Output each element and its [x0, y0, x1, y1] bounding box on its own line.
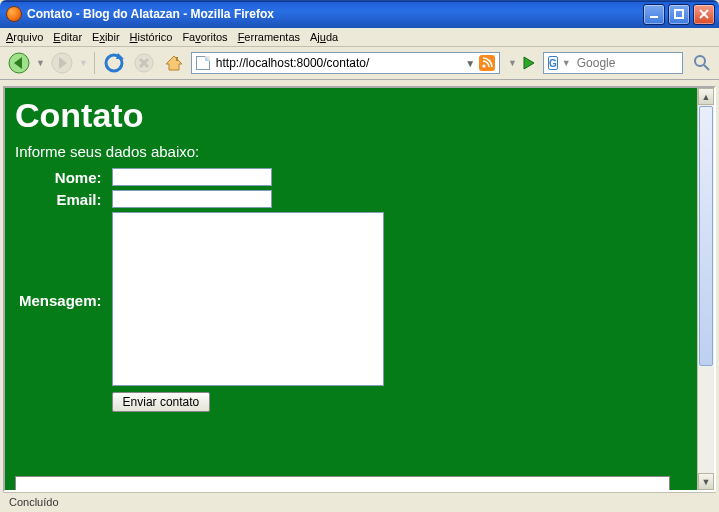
svg-marker-13: [166, 56, 182, 70]
search-engine-dropdown-icon[interactable]: ▼: [562, 58, 571, 68]
scroll-up-button[interactable]: ▲: [698, 88, 714, 105]
menu-exibir[interactable]: Exibir: [92, 31, 120, 43]
page-icon: [196, 56, 210, 70]
scroll-thumb[interactable]: [699, 106, 713, 366]
back-history-dropdown-icon[interactable]: ▼: [36, 58, 45, 68]
menu-historico[interactable]: Histórico: [130, 31, 173, 43]
close-button[interactable]: [693, 4, 715, 25]
page-content: Contato Informe seus dados abaixo: Nome:…: [5, 88, 697, 490]
search-box[interactable]: G ▼: [543, 52, 683, 74]
input-nome[interactable]: [112, 168, 272, 186]
contact-form: Nome: Email: Mensagem: Enviar contato: [15, 166, 388, 414]
svg-rect-1: [675, 10, 683, 18]
vertical-scrollbar[interactable]: ▲ ▼: [697, 88, 714, 490]
menubar: Arquivo Editar Exibir Histórico Favorito…: [0, 28, 719, 47]
back-button[interactable]: [6, 50, 32, 76]
status-bar: Concluído: [3, 492, 716, 510]
svg-point-17: [695, 56, 705, 66]
menu-editar[interactable]: Editar: [53, 31, 82, 43]
menu-arquivo[interactable]: Arquivo: [6, 31, 43, 43]
navigation-toolbar: ▼ ▼ ▼ ▼ G ▼: [0, 47, 719, 80]
search-button[interactable]: [691, 52, 713, 74]
stop-button[interactable]: [131, 50, 157, 76]
window-titlebar: Contato - Blog do Alatazan - Mozilla Fir…: [0, 0, 719, 28]
go-dropdown-icon[interactable]: ▼: [508, 58, 517, 68]
page-title: Contato: [15, 96, 687, 135]
submit-button[interactable]: Enviar contato: [112, 392, 211, 412]
firefox-icon: [6, 6, 22, 22]
url-input[interactable]: [214, 55, 461, 71]
svg-marker-9: [116, 53, 124, 59]
svg-rect-14: [176, 57, 178, 61]
label-mensagem: Mensagem:: [15, 210, 108, 390]
menu-ajuda[interactable]: Ajuda: [310, 31, 338, 43]
maximize-button[interactable]: [668, 4, 690, 25]
minimize-button[interactable]: [643, 4, 665, 25]
home-button[interactable]: [161, 50, 187, 76]
google-icon: G: [548, 56, 558, 70]
label-email: Email:: [15, 188, 108, 210]
svg-marker-16: [524, 57, 534, 69]
forward-button[interactable]: [49, 50, 75, 76]
textarea-mensagem[interactable]: [112, 212, 384, 386]
svg-point-15: [482, 64, 485, 67]
input-email[interactable]: [112, 190, 272, 208]
svg-line-18: [704, 65, 709, 70]
go-button[interactable]: [519, 53, 539, 73]
label-nome: Nome:: [15, 166, 108, 188]
svg-rect-0: [650, 16, 658, 18]
menu-ferramentas[interactable]: Ferramentas: [238, 31, 300, 43]
url-bar[interactable]: ▼: [191, 52, 500, 74]
page-lead: Informe seus dados abaixo:: [15, 143, 687, 160]
url-dropdown-icon[interactable]: ▼: [465, 58, 475, 69]
scroll-track[interactable]: [698, 367, 714, 473]
forward-history-dropdown-icon: ▼: [79, 58, 88, 68]
toolbar-separator: [94, 52, 95, 74]
rss-icon[interactable]: [479, 55, 495, 71]
browser-viewport: Contato Informe seus dados abaixo: Nome:…: [3, 86, 716, 492]
scroll-down-button[interactable]: ▼: [698, 473, 714, 490]
status-text: Concluído: [9, 496, 59, 508]
menu-favoritos[interactable]: Favoritos: [182, 31, 227, 43]
bottom-panel: [15, 476, 670, 490]
window-title: Contato - Blog do Alatazan - Mozilla Fir…: [27, 7, 640, 21]
reload-button[interactable]: [101, 50, 127, 76]
